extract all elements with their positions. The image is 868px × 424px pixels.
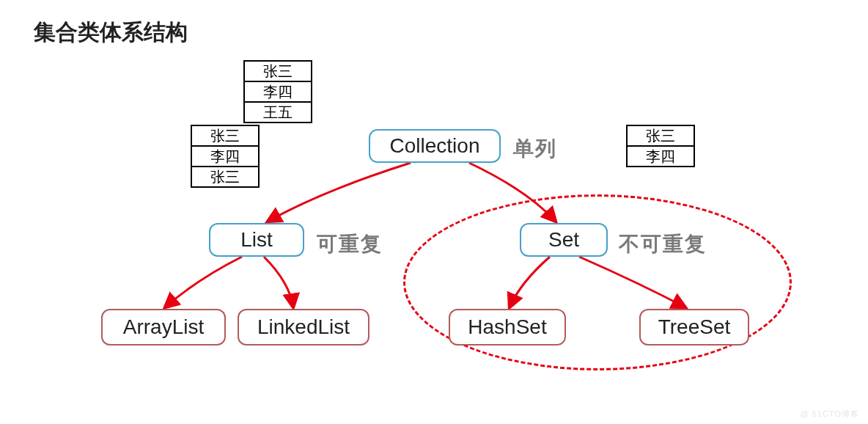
table-cell: 李四: [243, 81, 312, 103]
table-cell: 王五: [243, 101, 312, 123]
note-repeat: 可重复: [317, 230, 383, 258]
note-norepeat: 不可重复: [619, 230, 707, 258]
node-collection: Collection: [369, 129, 501, 163]
table-cell: 张三: [243, 60, 312, 82]
node-arraylist: ArrayList: [101, 309, 226, 346]
table-cell: 张三: [626, 125, 695, 147]
arrows-layer: [0, 0, 868, 424]
watermark: @ 51CTO博客: [801, 409, 859, 420]
note-single: 单列: [513, 135, 557, 163]
node-treeset: TreeSet: [639, 309, 749, 346]
node-linkedlist: LinkedList: [238, 309, 369, 346]
node-set: Set: [520, 223, 608, 257]
node-list: List: [209, 223, 304, 257]
table-cell: 李四: [191, 145, 260, 167]
diagram-root: { "title": "集合类体系结构", "nodes": { "collec…: [0, 0, 868, 424]
page-title: 集合类体系结构: [34, 18, 188, 48]
table-cell: 李四: [626, 145, 695, 167]
table-cell: 张三: [191, 125, 260, 147]
node-hashset: HashSet: [449, 309, 566, 346]
table-cell: 张三: [191, 166, 260, 188]
